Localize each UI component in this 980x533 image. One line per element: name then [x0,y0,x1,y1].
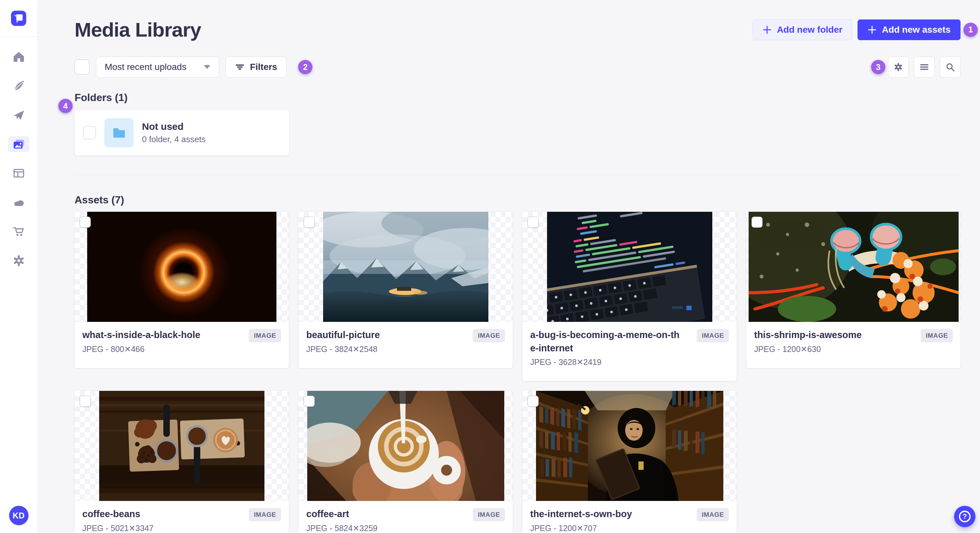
add-new-assets-button[interactable]: Add new assets [858,19,961,40]
asset-name: the-internet-s-own-boy [530,508,681,521]
main-content: Media Library Add new folder Add new ass… [38,0,980,533]
sidebar-item-settings[interactable] [8,253,30,268]
folder-card[interactable]: Not used 0 folder, 4 assets [75,110,289,155]
asset-type-badge: IMAGE [921,329,953,342]
plus-icon [762,25,772,34]
annotation-step-2: 2 [298,60,312,74]
asset-meta: JPEG - 3824✕2548 [306,344,505,354]
sidebar-item-media-library[interactable] [8,136,30,152]
asset-meta: JPEG - 3628✕2419 [530,357,729,367]
home-icon [13,51,25,63]
asset-name: a-bug-is-becoming-a-meme-on-the-internet [530,328,681,355]
asset-info: coffee-art JPEG - 5824✕3259 IMAGE [299,501,513,533]
asset-checkbox[interactable] [528,396,539,407]
mantis-shrimp-image [749,212,959,322]
folder-meta: 0 folder, 4 assets [142,134,206,144]
folders-heading: Folders (1) [75,92,961,104]
header-actions: Add new folder Add new assets 1 [752,19,961,40]
asset-thumbnail-area [75,391,289,501]
add-new-folder-button[interactable]: Add new folder [752,19,852,40]
toolbar: Most recent uploads Filters 2 3 [75,57,961,78]
annotation-step-4: 4 [58,99,73,113]
cart-icon [13,225,25,238]
folder-checkbox[interactable] [83,126,96,139]
asset-checkbox[interactable] [304,217,315,228]
assets-section: Assets (7) what-s-inside-a-black-hole JP… [75,194,961,533]
asset-checkbox[interactable] [304,396,315,407]
list-view-button[interactable] [914,57,935,78]
asset-name: beautiful-picture [306,328,457,342]
media-library-icon [12,138,25,150]
media-settings-button[interactable] [888,57,909,78]
annotation-step-3: 3 [871,60,885,74]
select-all-checkbox[interactable] [75,60,89,75]
asset-checkbox[interactable] [80,396,91,407]
chevron-down-icon [204,65,210,69]
layout-icon [13,167,25,179]
asset-card[interactable]: coffee-beans JPEG - 5021✕3347 IMAGE [75,391,289,533]
section-divider [75,175,961,175]
asset-meta: JPEG - 1200✕630 [754,344,953,354]
sidebar-item-home[interactable] [8,49,30,65]
asset-thumbnail-area [299,391,513,501]
asset-info: the-internet-s-own-boy JPEG - 1200✕707 I… [522,501,737,533]
sidebar-divider [0,36,38,36]
mountains-image [323,212,488,322]
folder-tile [104,118,134,148]
sidebar-item-content-type-builder[interactable] [8,165,30,181]
asset-meta: JPEG - 1200✕707 [530,523,729,533]
asset-type-badge: IMAGE [249,508,281,521]
code-laptop-image [547,212,712,322]
sidebar-item-releases[interactable] [8,107,30,123]
asset-name: coffee-beans [82,508,233,521]
asset-card[interactable]: coffee-art JPEG - 5824✕3259 IMAGE [299,391,513,533]
page-header: Media Library Add new folder Add new ass… [75,18,961,41]
black-hole-image [87,212,277,322]
strapi-logo[interactable] [11,11,26,26]
asset-thumbnail-area [299,212,513,322]
search-button[interactable] [940,57,961,78]
asset-checkbox[interactable] [528,217,539,228]
asset-info: beautiful-picture JPEG - 3824✕2548 IMAGE [299,322,513,368]
asset-type-badge: IMAGE [473,508,505,521]
annotation-step-1: 1 [964,23,978,37]
asset-name: what-s-inside-a-black-hole [82,328,233,342]
gear-icon [13,254,25,267]
filters-button[interactable]: Filters [226,57,286,78]
asset-info: coffee-beans JPEG - 5021✕3347 IMAGE [75,501,289,533]
sidebar-item-content-manager[interactable] [8,78,30,94]
asset-info: a-bug-is-becoming-a-meme-on-the-internet… [522,322,737,381]
folders-section: 4 Folders (1) Not used 0 folder, 4 asset… [75,92,961,155]
coffee-beans-image [99,391,264,501]
asset-card[interactable]: what-s-inside-a-black-hole JPEG - 800✕46… [75,212,289,368]
asset-card[interactable]: the-internet-s-own-boy JPEG - 1200✕707 I… [522,391,737,533]
folder-name: Not used [142,121,206,132]
asset-checkbox[interactable] [751,217,762,228]
asset-thumbnail-area [746,212,961,322]
asset-meta: JPEG - 5021✕3347 [82,523,281,533]
sort-dropdown-value: Most recent uploads [105,62,186,72]
asset-thumbnail-area [522,391,737,501]
help-button[interactable]: ? [954,506,975,527]
add-new-assets-label: Add new assets [882,25,950,35]
filter-icon [235,62,245,72]
sort-dropdown[interactable]: Most recent uploads [96,57,219,78]
asset-meta: JPEG - 800✕466 [82,344,281,354]
user-avatar[interactable]: KD [9,506,29,525]
asset-card[interactable]: beautiful-picture JPEG - 3824✕2548 IMAGE [299,212,513,368]
asset-name: coffee-art [306,508,457,521]
toolbar-view-controls: 3 [888,57,961,78]
asset-info: this-shrimp-is-awesome JPEG - 1200✕630 I… [746,322,961,368]
asset-type-badge: IMAGE [249,329,281,342]
asset-type-badge: IMAGE [697,508,729,521]
folder-texts: Not used 0 folder, 4 assets [142,121,206,144]
asset-checkbox[interactable] [80,217,91,228]
asset-card[interactable]: this-shrimp-is-awesome JPEG - 1200✕630 I… [746,212,961,368]
search-icon [945,62,955,72]
assets-grid: what-s-inside-a-black-hole JPEG - 800✕46… [75,212,961,533]
asset-card[interactable]: a-bug-is-becoming-a-meme-on-the-internet… [522,212,737,381]
feather-icon [13,80,25,92]
sidebar-item-marketplace[interactable] [8,224,30,239]
sidebar-item-deploy[interactable] [8,195,30,210]
sidebar: KD [0,0,38,533]
